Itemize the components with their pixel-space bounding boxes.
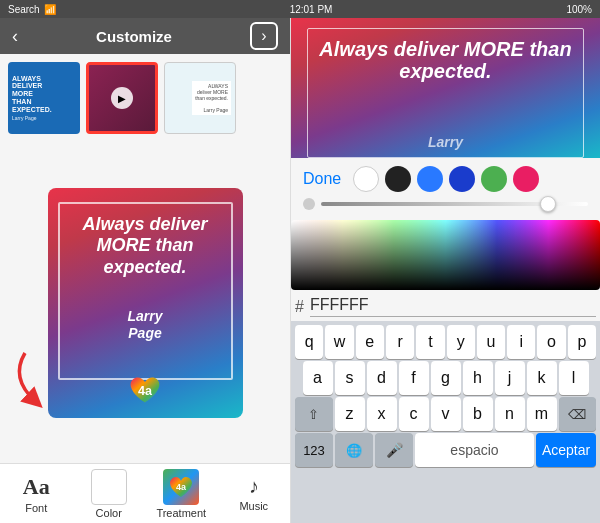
key-j[interactable]: j — [495, 361, 525, 395]
music-icon: ♪ — [249, 475, 259, 498]
status-time: 12:01 PM — [290, 4, 333, 15]
nav-title: Customize — [96, 28, 172, 45]
key-t[interactable]: t — [416, 325, 444, 359]
brightness-dot — [303, 198, 315, 210]
key-x[interactable]: x — [367, 397, 397, 431]
keyboard: q w e r t y u i o p a s d f g h j k — [291, 321, 600, 523]
key-o[interactable]: o — [537, 325, 565, 359]
template-thumb-1[interactable]: ALWAYSDELIVERMORETHANEXPECTED. Larry Pag… — [8, 62, 80, 134]
kb-row-3: ⇧ z x c v b n m ⌫ — [295, 397, 596, 431]
key-w[interactable]: w — [325, 325, 353, 359]
color-spectrum[interactable] — [291, 220, 600, 290]
swatch-red[interactable] — [513, 166, 539, 192]
done-row: Done — [303, 166, 588, 192]
thumb-1-sub: Larry Page — [12, 115, 36, 121]
color-box-icon — [91, 469, 127, 505]
color-swatches — [353, 166, 539, 192]
key-g[interactable]: g — [431, 361, 461, 395]
key-y[interactable]: y — [447, 325, 475, 359]
main-card: Always deliver MORE than expected. Larry… — [48, 188, 243, 418]
mic-key[interactable]: 🎤 — [375, 433, 413, 467]
thumb-3-text: ALWAYSdeliver MOREthan expected.Larry Pa… — [192, 81, 231, 115]
heart-logo-icon: 4a — [127, 372, 163, 408]
done-button[interactable]: Done — [303, 170, 341, 188]
swatch-green[interactable] — [481, 166, 507, 192]
key-f[interactable]: f — [399, 361, 429, 395]
status-right: 100% — [566, 4, 592, 15]
swatch-blue[interactable] — [417, 166, 443, 192]
key-a[interactable]: a — [303, 361, 333, 395]
key-r[interactable]: r — [386, 325, 414, 359]
nav-bar: ‹ Customize › — [0, 18, 290, 54]
kb-row-2: a s d f g h j k l — [295, 361, 596, 395]
status-bar: Search 📶 12:01 PM 100% — [0, 0, 600, 18]
shift-key[interactable]: ⇧ — [295, 397, 333, 431]
svg-text:4a: 4a — [176, 482, 187, 492]
svg-text:4a: 4a — [138, 383, 153, 397]
card-quote: Always deliver MORE than expected. — [60, 214, 231, 279]
thumb-1-text: ALWAYSDELIVERMORETHANEXPECTED. — [12, 75, 52, 113]
font-label: Font — [25, 502, 47, 514]
play-button[interactable]: ▶ — [111, 87, 133, 109]
kb-row-4: 123 🌐 🎤 espacio Aceptar — [295, 433, 596, 467]
delete-key[interactable]: ⌫ — [559, 397, 597, 431]
key-h[interactable]: h — [463, 361, 493, 395]
left-panel: ‹ Customize › ALWAYSDELIVERMORETHANEXPEC… — [0, 18, 290, 523]
preview-name: Larry — [291, 134, 600, 150]
main-card-container: Always deliver MORE than expected. Larry… — [0, 142, 290, 463]
hex-hash: # — [295, 298, 304, 316]
bottom-toolbar: Aa Font Color — [0, 463, 290, 523]
key-s[interactable]: s — [335, 361, 365, 395]
emoji-key[interactable]: 🌐 — [335, 433, 373, 467]
treatment-icon: 4a — [163, 469, 199, 505]
key-e[interactable]: e — [356, 325, 384, 359]
status-left: Search 📶 — [8, 4, 56, 15]
key-n[interactable]: n — [495, 397, 525, 431]
treatment-label: Treatment — [156, 507, 206, 519]
right-panel: Always deliver MORE than expected. Larry… — [290, 18, 600, 523]
swatch-darkblue[interactable] — [449, 166, 475, 192]
font-icon: Aa — [23, 474, 50, 500]
swatch-white[interactable] — [353, 166, 379, 192]
key-q[interactable]: q — [295, 325, 323, 359]
template-thumb-3[interactable]: ALWAYSdeliver MOREthan expected.Larry Pa… — [164, 62, 236, 134]
hex-row: # — [291, 296, 600, 317]
forward-button[interactable]: › — [250, 22, 278, 50]
key-m[interactable]: m — [527, 397, 557, 431]
brightness-slider[interactable] — [321, 202, 588, 206]
key-v[interactable]: v — [431, 397, 461, 431]
color-label: Color — [96, 507, 122, 519]
back-button[interactable]: ‹ — [12, 26, 18, 47]
hex-input[interactable] — [310, 296, 596, 317]
key-d[interactable]: d — [367, 361, 397, 395]
music-label: Music — [239, 500, 268, 512]
key-c[interactable]: c — [399, 397, 429, 431]
key-b[interactable]: b — [463, 397, 493, 431]
key-l[interactable]: l — [559, 361, 589, 395]
key-z[interactable]: z — [335, 397, 365, 431]
forward-icon: › — [261, 27, 266, 45]
brightness-row — [303, 198, 588, 210]
key-i[interactable]: i — [507, 325, 535, 359]
key-u[interactable]: u — [477, 325, 505, 359]
key-k[interactable]: k — [527, 361, 557, 395]
status-search: Search — [8, 4, 40, 15]
toolbar-treatment[interactable]: 4a Treatment — [145, 469, 218, 519]
main-content: ‹ Customize › ALWAYSDELIVERMORETHANEXPEC… — [0, 18, 600, 523]
template-thumb-2[interactable]: ▶ — [86, 62, 158, 134]
color-controls: Done — [291, 158, 600, 220]
battery-icon: 100% — [566, 4, 592, 15]
templates-row: ALWAYSDELIVERMORETHANEXPECTED. Larry Pag… — [0, 54, 290, 142]
space-key[interactable]: espacio — [415, 433, 534, 467]
toolbar-music[interactable]: ♪ Music — [218, 475, 291, 512]
num-key[interactable]: 123 — [295, 433, 333, 467]
brightness-thumb — [540, 196, 556, 212]
key-p[interactable]: p — [568, 325, 596, 359]
swatch-black[interactable] — [385, 166, 411, 192]
preview-card: Always deliver MORE than expected. Larry — [291, 18, 600, 158]
kb-row-1: q w e r t y u i o p — [295, 325, 596, 359]
accept-key[interactable]: Aceptar — [536, 433, 596, 467]
card-name: LarryPage — [127, 308, 162, 342]
toolbar-font[interactable]: Aa Font — [0, 474, 73, 514]
toolbar-color[interactable]: Color — [73, 469, 146, 519]
